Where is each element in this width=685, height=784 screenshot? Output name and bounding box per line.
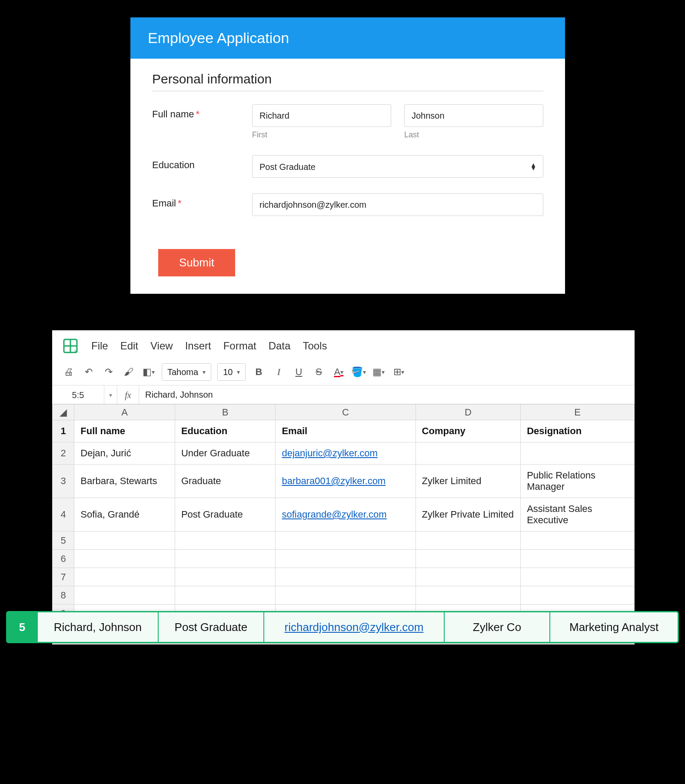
table-row: 6 [53,550,635,568]
highlighted-new-row: 5 Richard, Johnson Post Graduate richard… [6,611,679,643]
cell[interactable] [416,550,521,568]
clear-format-icon[interactable]: ◧▾ [142,365,156,379]
redo-icon[interactable]: ↷ [102,365,116,379]
cell[interactable]: Graduate [175,465,276,498]
col-header-C[interactable]: C [276,405,416,420]
fx-icon[interactable]: fx [117,385,139,404]
menu-view[interactable]: View [150,340,173,352]
cell[interactable] [521,550,635,568]
row-header-7[interactable]: 7 [53,568,74,586]
col-header-B[interactable]: B [175,405,276,420]
cell[interactable] [416,442,521,465]
col-header-A[interactable]: A [74,405,175,420]
cell[interactable] [74,568,175,586]
cell[interactable]: Zylker Limited [416,465,521,498]
cell[interactable] [521,568,635,586]
cell[interactable] [175,550,276,568]
field-full-name: Full name* First Last [152,104,543,140]
cell[interactable] [276,550,416,568]
menu-tools[interactable]: Tools [303,340,327,352]
hl-row-number: 5 [7,612,38,642]
cell[interactable]: barbara001@zylker.com [276,465,416,498]
undo-icon[interactable]: ↶ [82,365,96,379]
cell[interactable] [74,550,175,568]
cell[interactable] [276,586,416,605]
bold-button[interactable]: B [252,365,266,379]
row-header-5[interactable]: 5 [53,532,74,550]
menu-edit[interactable]: Edit [120,340,138,352]
submit-button[interactable]: Submit [158,249,235,276]
cell[interactable]: Public Relations Manager [521,465,635,498]
email-link[interactable]: dejanjuric@zylker.com [282,448,377,458]
menu-insert[interactable]: Insert [185,340,211,352]
fill-color-button[interactable]: 🪣▾ [352,365,366,379]
row-header-2[interactable]: 2 [53,442,74,465]
strikethrough-button[interactable]: S [312,365,326,379]
email-link[interactable]: sofiagrande@zylker.com [282,509,386,520]
cell[interactable] [175,586,276,605]
cell[interactable] [74,586,175,605]
cell[interactable] [416,586,521,605]
print-icon[interactable]: 🖨 [62,365,76,379]
cell[interactable]: sofiagrande@zylker.com [276,498,416,532]
cell[interactable] [276,568,416,586]
cell[interactable] [521,532,635,550]
font-size-select[interactable]: 10▾ [217,363,246,381]
menu-file[interactable]: File [91,340,108,352]
italic-button[interactable]: I [272,365,286,379]
first-name-input[interactable] [252,104,391,127]
cell[interactable]: Assistant Sales Executive [521,498,635,532]
last-name-input[interactable] [404,104,543,127]
row-header-8[interactable]: 8 [53,586,74,605]
cell[interactable]: Under Graduate [175,442,276,465]
cell-ref-dropdown-icon[interactable]: ▾ [104,385,117,404]
font-family-select[interactable]: Tahoma▾ [162,363,211,381]
formula-input[interactable]: Richard, Johnson [139,390,635,400]
cell-reference-box[interactable]: 5:5 [52,385,104,404]
underline-button[interactable]: U [292,365,306,379]
menu-format[interactable]: Format [223,340,256,352]
cell[interactable] [175,568,276,586]
cell[interactable]: dejanjuric@zylker.com [276,442,416,465]
font-color-button[interactable]: A▾ [332,365,346,379]
cell[interactable] [521,586,635,605]
borders-button[interactable]: ▦▾ [372,365,386,379]
cell[interactable] [74,532,175,550]
col-header-D[interactable]: D [416,405,521,420]
header-company[interactable]: Company [416,420,521,442]
table-row: 7 [53,568,635,586]
hl-email-link[interactable]: richardjohnson@zylker.com [285,621,424,634]
cell[interactable] [416,568,521,586]
cell[interactable]: Post Graduate [175,498,276,532]
header-email[interactable]: Email [276,420,416,442]
education-select[interactable]: Post Graduate [252,155,543,178]
cell[interactable] [175,532,276,550]
spreadsheet-grid: ◢ A B C D E 1 Full name Education Email … [52,404,635,641]
header-full-name[interactable]: Full name [74,420,175,442]
row-header-4[interactable]: 4 [53,498,74,532]
cell[interactable]: Barbara, Stewarts [74,465,175,498]
email-link[interactable]: barbara001@zylker.com [282,475,386,486]
header-designation[interactable]: Designation [521,420,635,442]
required-asterisk: * [196,109,200,120]
row-header-3[interactable]: 3 [53,465,74,498]
menu-data[interactable]: Data [269,340,291,352]
header-education[interactable]: Education [175,420,276,442]
form-title: Employee Application [130,17,565,59]
cell[interactable]: Zylker Private Limited [416,498,521,532]
select-all-corner[interactable]: ◢ [53,405,74,420]
table-row: 2 Dejan, Jurić Under Graduate dejanjuric… [53,442,635,465]
cell[interactable]: Dejan, Jurić [74,442,175,465]
row-header-1[interactable]: 1 [53,420,74,442]
email-input[interactable] [252,193,543,216]
col-header-E[interactable]: E [521,405,635,420]
hl-email: richardjohnson@zylker.com [264,612,445,642]
merge-button[interactable]: ⊞▾ [392,365,406,379]
email-label: Email [152,198,176,209]
cell[interactable] [276,532,416,550]
format-painter-icon[interactable]: 🖌 [122,365,136,379]
cell[interactable]: Sofia, Grandé [74,498,175,532]
cell[interactable] [521,442,635,465]
row-header-6[interactable]: 6 [53,550,74,568]
cell[interactable] [416,532,521,550]
